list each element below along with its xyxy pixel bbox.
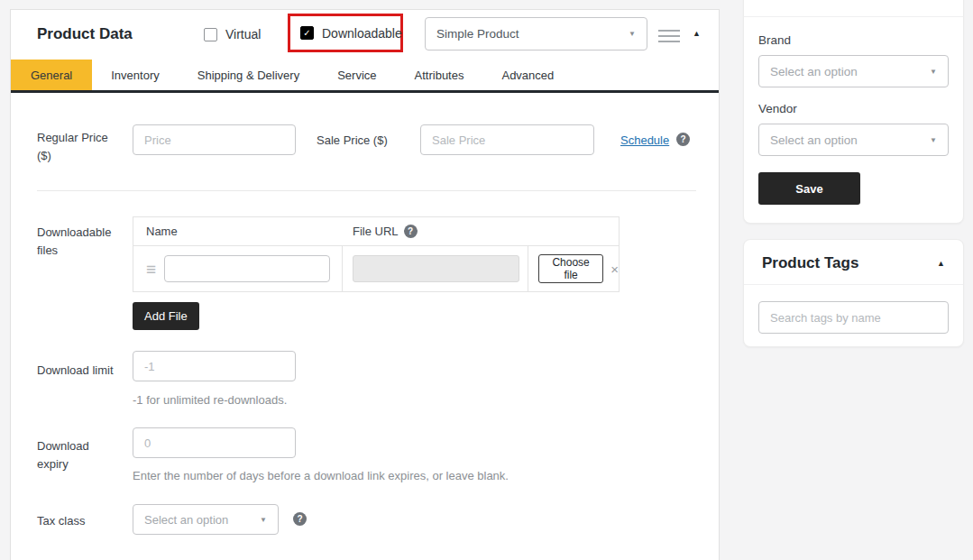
schedule-help-icon[interactable]: ? [676,133,690,146]
download-limit-input[interactable] [133,351,296,381]
download-expiry-input[interactable] [133,427,296,458]
product-tags-title: Product Tags [762,254,858,272]
tags-search-input[interactable] [758,301,949,334]
file-actions-cell: Choose file × [528,246,619,291]
name-column-header: Name [133,217,343,245]
schedule-link[interactable]: Schedule [620,133,669,147]
product-tags-body [744,285,963,348]
file-row: ≡ Choose file × [133,246,619,291]
tab-advanced[interactable]: Advanced [482,60,573,90]
product-type-value: Simple Product [436,27,519,41]
product-data-tabs: General Inventory Shipping & Delivery Se… [11,60,719,93]
file-url-input[interactable] [353,255,519,282]
virtual-label: Virtual [225,27,261,41]
download-limit-help: -1 for unlimited re-downloads. [133,393,287,407]
product-data-panel: Product Data Virtual ✓ Downloadable Simp… [10,9,720,560]
tab-general[interactable]: General [11,60,92,90]
product-data-header: Product Data Virtual ✓ Downloadable Simp… [11,10,719,60]
downloadable-checkbox[interactable]: ✓ [300,26,314,40]
file-url-column-header: File URL ? [343,217,528,245]
tax-class-label: Tax class [37,512,124,530]
regular-price-label: Regular Price ($) [37,129,124,164]
file-url-cell [343,246,528,291]
chevron-down-icon: ▼ [930,136,937,144]
virtual-checkbox[interactable] [204,28,217,41]
product-tags-header: Product Tags ▲ [744,240,963,285]
sale-price-input[interactable] [420,124,594,155]
add-file-button[interactable]: Add File [133,302,199,330]
additional-info-header: Additional Info ▲ [744,0,963,17]
menu-icon[interactable] [658,30,680,42]
downloadable-highlight-box: ✓ Downloadable [288,14,403,52]
brand-label: Brand [758,33,949,47]
downloadable-files-table: Name File URL ? ≡ Choose file × [133,216,620,292]
additional-info-panel: Additional Info ▲ Brand Select an option… [743,0,964,224]
tax-class-select[interactable]: Select an option ▼ [133,504,279,535]
vendor-select[interactable]: Select an option ▼ [758,124,949,156]
tax-class-help-icon[interactable]: ? [293,512,307,526]
save-button[interactable]: Save [758,172,860,205]
sale-price-label: Sale Price ($) [317,133,388,147]
collapse-panel-icon[interactable]: ▲ [693,29,701,38]
files-table-header: Name File URL ? [133,217,619,246]
product-type-select[interactable]: Simple Product ▼ [425,17,647,50]
product-tags-panel: Product Tags ▲ [743,239,964,347]
tab-service[interactable]: Service [318,60,395,90]
downloadable-files-label: Downloadable files [37,224,124,259]
vendor-label: Vendor [758,102,949,115]
vendor-value: Select an option [770,133,858,147]
brand-value: Select an option [770,65,858,78]
download-expiry-help: Enter the number of days before a downlo… [133,469,509,482]
file-name-cell: ≡ [133,246,343,291]
downloadable-label: Downloadable [322,26,402,41]
drag-handle-icon[interactable]: ≡ [146,261,156,278]
file-url-help-icon[interactable]: ? [404,225,418,238]
chevron-down-icon: ▼ [930,68,937,76]
additional-info-body: Brand Select an option ▼ Vendor Select a… [744,17,963,219]
tab-inventory[interactable]: Inventory [92,60,178,90]
remove-file-icon[interactable]: × [610,262,619,277]
regular-price-input[interactable] [133,124,296,155]
download-expiry-label: Download expiry [37,437,124,473]
tax-class-value: Select an option [144,513,228,527]
collapse-product-tags-icon[interactable]: ▲ [937,259,945,268]
check-icon: ✓ [303,29,310,38]
virtual-checkbox-group[interactable]: Virtual [204,27,261,41]
file-name-input[interactable] [164,255,330,282]
actions-column-header [528,217,619,245]
chevron-down-icon: ▼ [629,30,636,38]
additional-info-title: Additional Info [762,0,869,5]
download-limit-label: Download limit [37,362,124,380]
choose-file-button[interactable]: Choose file [538,254,603,283]
tab-attributes[interactable]: Attributes [396,60,483,90]
brand-select[interactable]: Select an option ▼ [758,55,949,87]
tab-shipping-delivery[interactable]: Shipping & Delivery [179,60,318,90]
chevron-down-icon: ▼ [260,516,267,524]
section-divider [37,190,696,191]
panel-title: Product Data [37,25,133,43]
